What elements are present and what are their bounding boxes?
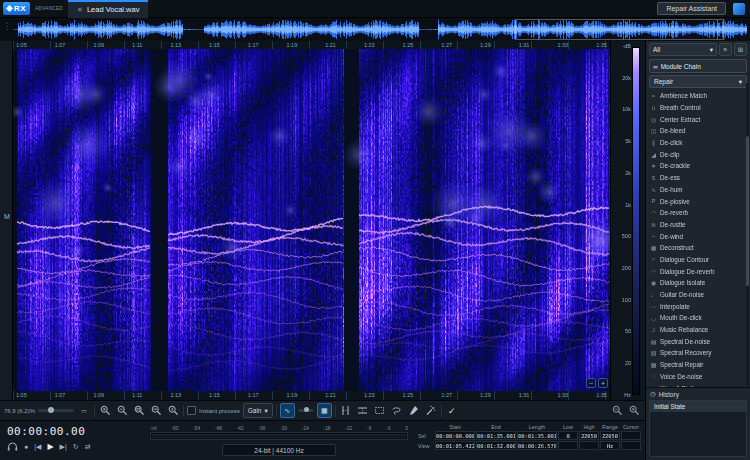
module-icon: ∪ [650, 104, 657, 111]
apply-check-button[interactable]: ✓ [445, 404, 459, 418]
module-list-item[interactable]: ≈ Ambience Match [650, 90, 746, 102]
zoom-horizontal-tool-icon[interactable] [149, 404, 163, 418]
zoom-out-corner-button[interactable]: − [586, 378, 596, 388]
panel-grid-view-icon[interactable]: ⊞ [734, 43, 747, 56]
sel-range-field[interactable]: 22050 [600, 431, 620, 440]
panel-list-view-icon[interactable]: ≡ [719, 43, 732, 56]
module-list-item[interactable]: ▦ Deconstruct [650, 242, 746, 254]
play-button[interactable]: ▶ [47, 442, 53, 451]
repair-section-header[interactable]: Repair ▾ [649, 75, 747, 88]
waveform-spectrogram-blend-slider[interactable] [298, 409, 314, 412]
module-list-item[interactable]: ▩ Spectral Repair [650, 359, 746, 371]
rectangle-selection-tool-icon[interactable] [373, 404, 387, 418]
monitor-headphones-icon[interactable] [7, 442, 18, 451]
module-list-item[interactable]: ◠ De-reverb [650, 207, 746, 219]
time-selection-tool-icon[interactable] [339, 404, 353, 418]
history-item[interactable]: Initial State [650, 401, 746, 412]
module-list-item[interactable]: ◫ De-bleed [650, 125, 746, 137]
overview-strip: ⋮ [0, 18, 750, 42]
module-list-item[interactable]: ◉ Dialogue Isolate [650, 277, 746, 289]
frequency-selection-tool-icon[interactable] [356, 404, 370, 418]
module-filter-dropdown[interactable]: All ▾ [649, 43, 717, 56]
meter-tick-label: -inf [150, 426, 157, 431]
zoom-in-corner-button[interactable]: + [598, 378, 608, 388]
module-list-item[interactable]: ♩ Guitar De-noise [650, 289, 746, 301]
module-list-item[interactable]: ◠ Dialogue De-reverb [650, 265, 746, 277]
view-high-field[interactable] [579, 441, 599, 450]
clock-icon: ◷ [650, 390, 656, 398]
skip-to-end-button[interactable]: ▶| [60, 443, 67, 451]
module-list-item[interactable]: ~ De-wind [650, 230, 746, 242]
sel-end-field[interactable]: 00:01:35.001 [476, 431, 516, 440]
module-list-item[interactable]: ▨ Spectral Recovery [650, 347, 746, 359]
format-readout[interactable]: 24-bit | 44100 Hz [222, 444, 336, 456]
history-header[interactable]: ◷ History [646, 388, 750, 400]
view-cursor-field[interactable] [621, 441, 641, 450]
waveform-view-toggle[interactable]: ∿ [280, 403, 295, 418]
app-icon[interactable] [733, 3, 745, 15]
tab-close-icon[interactable]: ✕ [77, 6, 83, 14]
module-list-item[interactable]: ∩ Dialogue Contour [650, 254, 746, 266]
skip-to-start-button[interactable]: |◀ [34, 443, 41, 451]
sel-start-field[interactable]: 00:00:00.000 [435, 431, 475, 440]
sel-low-field[interactable]: 0 [558, 431, 578, 440]
module-list-item[interactable]: ◡ Mouth De-click [650, 312, 746, 324]
link-button[interactable]: ⇄ [85, 443, 91, 451]
lasso-tool-icon[interactable] [390, 404, 404, 418]
module-list-item[interactable]: ⋯ Interpolate [650, 300, 746, 312]
gain-dropdown[interactable]: Gain ▾ [243, 403, 273, 418]
overview-grip-icon[interactable]: ⋮ [3, 22, 11, 31]
module-list-item[interactable]: ∗ De-crackle [650, 160, 746, 172]
view-start-field[interactable]: 00:01:05.422 [435, 441, 475, 450]
module-list-item[interactable]: ≀ Wow & Flutter [650, 382, 746, 387]
module-list-item[interactable]: ◢ De-clip [650, 148, 746, 160]
scrollbar-thumb[interactable] [746, 136, 749, 286]
module-list-item[interactable]: P De-plosive [650, 195, 746, 207]
module-list-item[interactable]: ♫ Music Rebalance [650, 324, 746, 336]
file-tab[interactable]: ✕ Lead Vocal.wav [68, 0, 148, 18]
channel-label[interactable]: M [4, 213, 10, 220]
view-length-field[interactable]: 00:00:26.578 [517, 441, 557, 450]
module-list-item[interactable]: ◎ Center Extract [650, 113, 746, 125]
module-chain-button[interactable]: ∞ Module Chain [649, 59, 747, 73]
module-list-item[interactable]: S De-ess [650, 172, 746, 184]
view-range-field[interactable]: Hz [600, 441, 620, 450]
repair-assistant-button[interactable]: Repair Assistant [657, 2, 726, 15]
zoom-in-tool-icon[interactable] [98, 404, 112, 418]
loop-button[interactable]: ↻ [73, 443, 79, 451]
zoom-slider-knob[interactable] [48, 407, 54, 413]
fit-view-button[interactable]: ▭ [77, 404, 91, 418]
record-button[interactable]: ● [24, 443, 28, 450]
blend-knob[interactable] [304, 407, 309, 412]
vertical-zoom-out-icon[interactable] [610, 404, 624, 418]
module-list-item[interactable]: ▤ Spectral De-noise [650, 335, 746, 347]
module-list-item[interactable]: ∿ De-hum [650, 184, 746, 196]
fit-icon: ▭ [81, 407, 87, 414]
sel-length-field[interactable]: 00:01:35.001 [517, 431, 557, 440]
spectrogram-view-toggle[interactable]: ▦ [317, 403, 332, 418]
module-list-item[interactable]: ≋ De-rustle [650, 219, 746, 231]
module-list-item[interactable]: ∥ De-click [650, 137, 746, 149]
module-list-item[interactable]: ◌ Voice De-noise [650, 371, 746, 383]
view-end-field[interactable]: 00:01:32.000 [476, 441, 516, 450]
frequency-ruler[interactable]: -dB20k10k5k2k1k5002001005020Hz [610, 41, 645, 400]
magic-wand-tool-icon[interactable] [424, 404, 438, 418]
sel-high-field[interactable]: 22050 [579, 431, 599, 440]
time-ruler-top[interactable]: 1:051:071:091:111:131:151:171:191:211:23… [13, 41, 610, 49]
zoom-out-tool-icon[interactable] [115, 404, 129, 418]
vertical-zoom-in-icon[interactable] [627, 404, 641, 418]
module-list-item[interactable]: ∪ Breath Control [650, 102, 746, 114]
spectrogram-canvas[interactable] [13, 49, 610, 391]
instant-process-checkbox[interactable] [187, 406, 196, 415]
view-low-field[interactable] [558, 441, 578, 450]
zoom-vertical-tool-icon[interactable] [166, 404, 180, 418]
brush-tool-icon[interactable] [407, 404, 421, 418]
overview-waveform-canvas[interactable] [13, 19, 747, 40]
module-icon: ≋ [650, 221, 657, 228]
sel-cursor-field[interactable] [621, 431, 641, 440]
zoom-slider[interactable] [38, 409, 74, 412]
time-ruler-bottom[interactable]: 1:051:071:091:111:131:151:171:191:211:23… [13, 391, 610, 400]
zoom-selection-tool-icon[interactable] [132, 404, 146, 418]
spectrogram-view[interactable]: − + [13, 49, 610, 391]
playhead-time-display[interactable]: 00:00:00.00 [7, 425, 147, 438]
